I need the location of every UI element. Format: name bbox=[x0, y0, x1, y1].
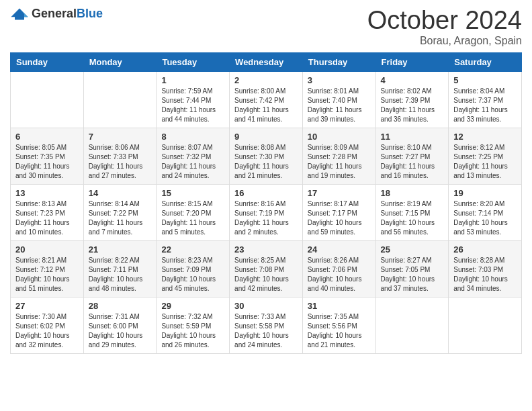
calendar-day-cell: 4Sunrise: 8:02 AM Sunset: 7:39 PM Daylig… bbox=[375, 71, 449, 128]
day-info: Sunrise: 8:08 AM Sunset: 7:30 PM Dayligh… bbox=[234, 143, 298, 181]
day-info: Sunrise: 8:13 AM Sunset: 7:23 PM Dayligh… bbox=[15, 199, 79, 237]
day-number: 30 bbox=[234, 301, 298, 311]
day-info: Sunrise: 8:28 AM Sunset: 7:03 PM Dayligh… bbox=[453, 256, 517, 293]
calendar-day-header: Wednesday bbox=[230, 52, 303, 71]
day-number: 9 bbox=[234, 132, 298, 142]
calendar-day-cell: 15Sunrise: 8:15 AM Sunset: 7:20 PM Dayli… bbox=[157, 184, 230, 240]
day-number: 15 bbox=[161, 188, 224, 198]
calendar-day-cell: 14Sunrise: 8:14 AM Sunset: 7:22 PM Dayli… bbox=[83, 184, 157, 240]
calendar-day-cell: 6Sunrise: 8:05 AM Sunset: 7:35 PM Daylig… bbox=[11, 128, 84, 184]
calendar-day-cell: 8Sunrise: 8:07 AM Sunset: 7:32 PM Daylig… bbox=[157, 128, 230, 184]
day-number: 28 bbox=[89, 301, 152, 311]
svg-marker-0 bbox=[11, 8, 28, 19]
day-number: 11 bbox=[381, 132, 444, 142]
day-info: Sunrise: 8:09 AM Sunset: 7:28 PM Dayligh… bbox=[308, 143, 371, 181]
day-info: Sunrise: 8:00 AM Sunset: 7:42 PM Dayligh… bbox=[234, 87, 298, 124]
calendar-day-cell: 3Sunrise: 8:01 AM Sunset: 7:40 PM Daylig… bbox=[302, 71, 375, 128]
calendar-week-row: 27Sunrise: 7:30 AM Sunset: 6:02 PM Dayli… bbox=[11, 297, 522, 353]
day-number: 24 bbox=[308, 244, 371, 255]
calendar-week-row: 6Sunrise: 8:05 AM Sunset: 7:35 PM Daylig… bbox=[11, 128, 522, 184]
day-number: 17 bbox=[308, 188, 371, 198]
calendar-day-header: Saturday bbox=[449, 52, 522, 71]
calendar-day-cell: 12Sunrise: 8:12 AM Sunset: 7:25 PM Dayli… bbox=[449, 128, 522, 184]
day-info: Sunrise: 7:35 AM Sunset: 5:56 PM Dayligh… bbox=[308, 312, 371, 350]
calendar-day-cell bbox=[83, 71, 157, 128]
day-info: Sunrise: 8:17 AM Sunset: 7:17 PM Dayligh… bbox=[308, 199, 371, 237]
calendar-day-cell: 25Sunrise: 8:27 AM Sunset: 7:05 PM Dayli… bbox=[375, 240, 449, 297]
day-info: Sunrise: 8:15 AM Sunset: 7:20 PM Dayligh… bbox=[161, 199, 224, 237]
day-info: Sunrise: 8:23 AM Sunset: 7:09 PM Dayligh… bbox=[161, 256, 224, 293]
title-area: October 2024 Borau, Aragon, Spain bbox=[367, 7, 522, 47]
day-number: 4 bbox=[381, 75, 444, 85]
location-title: Borau, Aragon, Spain bbox=[367, 35, 522, 47]
page-header: GeneralBlue October 2024 Borau, Aragon, … bbox=[10, 7, 522, 47]
calendar-day-header: Thursday bbox=[302, 52, 375, 71]
logo-text: GeneralBlue bbox=[32, 7, 103, 21]
calendar-day-header: Sunday bbox=[11, 52, 84, 71]
calendar-week-row: 1Sunrise: 7:59 AM Sunset: 7:44 PM Daylig… bbox=[11, 71, 522, 128]
day-number: 20 bbox=[15, 244, 79, 255]
calendar-day-cell: 11Sunrise: 8:10 AM Sunset: 7:27 PM Dayli… bbox=[375, 128, 449, 184]
calendar-day-cell: 10Sunrise: 8:09 AM Sunset: 7:28 PM Dayli… bbox=[302, 128, 375, 184]
day-number: 1 bbox=[161, 75, 224, 85]
day-info: Sunrise: 7:59 AM Sunset: 7:44 PM Dayligh… bbox=[161, 87, 224, 124]
day-info: Sunrise: 8:16 AM Sunset: 7:19 PM Dayligh… bbox=[234, 199, 298, 237]
day-info: Sunrise: 8:26 AM Sunset: 7:06 PM Dayligh… bbox=[308, 256, 371, 293]
calendar-week-row: 13Sunrise: 8:13 AM Sunset: 7:23 PM Dayli… bbox=[11, 184, 522, 240]
day-number: 8 bbox=[161, 132, 224, 142]
calendar-day-cell: 5Sunrise: 8:04 AM Sunset: 7:37 PM Daylig… bbox=[449, 71, 522, 128]
calendar-day-cell: 28Sunrise: 7:31 AM Sunset: 6:00 PM Dayli… bbox=[83, 297, 157, 353]
day-info: Sunrise: 8:22 AM Sunset: 7:11 PM Dayligh… bbox=[89, 256, 152, 293]
calendar-day-cell: 26Sunrise: 8:28 AM Sunset: 7:03 PM Dayli… bbox=[449, 240, 522, 297]
day-info: Sunrise: 8:04 AM Sunset: 7:37 PM Dayligh… bbox=[453, 87, 517, 124]
calendar-day-header: Friday bbox=[375, 52, 449, 71]
calendar-day-cell: 20Sunrise: 8:21 AM Sunset: 7:12 PM Dayli… bbox=[11, 240, 84, 297]
day-info: Sunrise: 8:06 AM Sunset: 7:33 PM Dayligh… bbox=[89, 143, 152, 181]
calendar-day-cell: 13Sunrise: 8:13 AM Sunset: 7:23 PM Dayli… bbox=[11, 184, 84, 240]
calendar-day-header: Monday bbox=[83, 52, 157, 71]
day-info: Sunrise: 8:21 AM Sunset: 7:12 PM Dayligh… bbox=[15, 256, 79, 293]
day-info: Sunrise: 8:14 AM Sunset: 7:22 PM Dayligh… bbox=[89, 199, 152, 237]
calendar-table: SundayMondayTuesdayWednesdayThursdayFrid… bbox=[10, 52, 522, 354]
day-number: 2 bbox=[234, 75, 298, 85]
calendar-day-cell: 22Sunrise: 8:23 AM Sunset: 7:09 PM Dayli… bbox=[157, 240, 230, 297]
day-number: 12 bbox=[453, 132, 517, 142]
calendar-day-cell: 7Sunrise: 8:06 AM Sunset: 7:33 PM Daylig… bbox=[83, 128, 157, 184]
logo: GeneralBlue bbox=[10, 7, 103, 21]
calendar-day-cell: 27Sunrise: 7:30 AM Sunset: 6:02 PM Dayli… bbox=[11, 297, 84, 353]
calendar-header-row: SundayMondayTuesdayWednesdayThursdayFrid… bbox=[11, 52, 522, 71]
day-number: 25 bbox=[381, 244, 444, 255]
day-info: Sunrise: 7:31 AM Sunset: 6:00 PM Dayligh… bbox=[89, 312, 152, 350]
logo-icon bbox=[10, 7, 29, 21]
calendar-day-cell: 29Sunrise: 7:32 AM Sunset: 5:59 PM Dayli… bbox=[157, 297, 230, 353]
day-number: 3 bbox=[308, 75, 371, 85]
calendar-body: 1Sunrise: 7:59 AM Sunset: 7:44 PM Daylig… bbox=[11, 71, 522, 353]
day-number: 7 bbox=[89, 132, 152, 142]
calendar-day-header: Tuesday bbox=[157, 52, 230, 71]
day-info: Sunrise: 8:25 AM Sunset: 7:08 PM Dayligh… bbox=[234, 256, 298, 293]
day-number: 29 bbox=[161, 301, 224, 311]
day-number: 16 bbox=[234, 188, 298, 198]
calendar-day-cell bbox=[449, 297, 522, 353]
day-info: Sunrise: 8:19 AM Sunset: 7:15 PM Dayligh… bbox=[381, 199, 444, 237]
calendar-day-cell bbox=[375, 297, 449, 353]
calendar-day-cell: 18Sunrise: 8:19 AM Sunset: 7:15 PM Dayli… bbox=[375, 184, 449, 240]
calendar-day-cell bbox=[11, 71, 84, 128]
calendar-day-cell: 23Sunrise: 8:25 AM Sunset: 7:08 PM Dayli… bbox=[230, 240, 303, 297]
day-info: Sunrise: 8:27 AM Sunset: 7:05 PM Dayligh… bbox=[381, 256, 444, 293]
calendar-day-cell: 1Sunrise: 7:59 AM Sunset: 7:44 PM Daylig… bbox=[157, 71, 230, 128]
day-info: Sunrise: 8:02 AM Sunset: 7:39 PM Dayligh… bbox=[381, 87, 444, 124]
calendar-day-cell: 24Sunrise: 8:26 AM Sunset: 7:06 PM Dayli… bbox=[302, 240, 375, 297]
day-number: 31 bbox=[308, 301, 371, 311]
day-number: 26 bbox=[453, 244, 517, 255]
day-number: 18 bbox=[381, 188, 444, 198]
day-info: Sunrise: 8:20 AM Sunset: 7:14 PM Dayligh… bbox=[453, 199, 517, 237]
calendar-day-cell: 2Sunrise: 8:00 AM Sunset: 7:42 PM Daylig… bbox=[230, 71, 303, 128]
day-info: Sunrise: 7:32 AM Sunset: 5:59 PM Dayligh… bbox=[161, 312, 224, 350]
day-number: 22 bbox=[161, 244, 224, 255]
day-number: 27 bbox=[15, 301, 79, 311]
calendar-day-cell: 31Sunrise: 7:35 AM Sunset: 5:56 PM Dayli… bbox=[302, 297, 375, 353]
day-number: 10 bbox=[308, 132, 371, 142]
day-info: Sunrise: 8:12 AM Sunset: 7:25 PM Dayligh… bbox=[453, 143, 517, 181]
calendar-day-cell: 30Sunrise: 7:33 AM Sunset: 5:58 PM Dayli… bbox=[230, 297, 303, 353]
